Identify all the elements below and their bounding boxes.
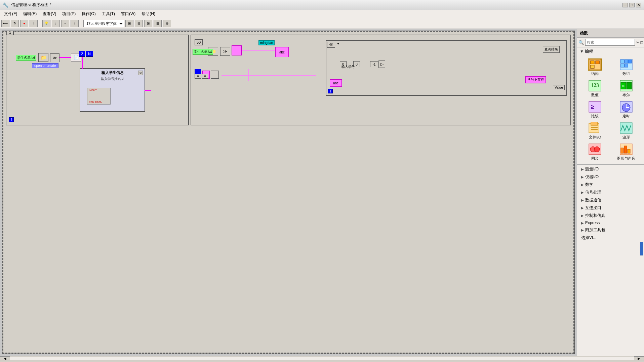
datacomm-label: 数据通信 [585, 197, 601, 203]
menu-window[interactable]: 窗口(W) [118, 10, 138, 17]
scrollbar-h[interactable]: ◀ ▶ [0, 356, 644, 361]
pause-button[interactable]: ⏸ [30, 20, 38, 27]
svg-point-29 [594, 147, 600, 152]
sidebar-item-interface[interactable]: ▶ 互连接口 [577, 204, 644, 212]
structure-label: 结构 [591, 71, 599, 76]
sidebar-item-fileio[interactable]: 文件I/O [580, 121, 610, 141]
font-dropdown[interactable]: 17pt 应用程序字体 [83, 20, 124, 27]
sidebar-item-instrument[interactable]: ▶ 仪器I/O [577, 173, 644, 181]
menu-file[interactable]: 文件(F) [1, 10, 20, 17]
sidebar-item-control[interactable]: ▶ 控制和仿真 [577, 212, 644, 219]
sidebar-item-datacomm[interactable]: ▶ 数据通信 [577, 196, 644, 204]
frame-left: 1 学生名单.txt 📁 ≫ 📄 N 2 open or create [6, 35, 189, 125]
array-icon [619, 58, 633, 71]
stu-data-label: STU DATA [89, 100, 102, 104]
gray-block-1 [211, 71, 219, 79]
reorder-button[interactable]: ☰ [154, 20, 162, 27]
menu-operate[interactable]: 操作(O) [79, 10, 98, 17]
arrow-interface: ▶ [581, 206, 584, 210]
step-into-button[interactable]: ↓ [52, 20, 60, 27]
waveform-label: 波形 [622, 135, 630, 140]
sync-label: 同步 [591, 156, 599, 161]
subvi-box: 输入学生信息 输入学号姓名.vi INPUT STU DATA ✕ [80, 68, 145, 112]
customize-icon: ✂ [636, 40, 639, 45]
canvas-area[interactable]: 1 学生名单.txt 📁 ≫ 📄 N 2 open or create [0, 29, 577, 356]
scrollbar-indicator[interactable] [640, 242, 643, 255]
highlight-button[interactable]: 💡 [42, 20, 50, 27]
sidebar-header: 函数 [577, 29, 644, 38]
sidebar-item-measurement[interactable]: ▶ 测量I/O [577, 165, 644, 173]
arrow-express: ▶ [581, 221, 584, 225]
numeric-label: 数值 [591, 92, 599, 97]
wire-v1 [82, 57, 83, 69]
bool-icon: TF [619, 80, 633, 92]
minimize-button[interactable]: ─ [622, 3, 628, 7]
svg-rect-14 [627, 82, 632, 89]
selectvi-label: 选择VI... [581, 235, 596, 241]
titlebar: 🔧 信息管理.vi 程序框图 * ─ □ ✕ [0, 0, 644, 10]
sidebar-item-sync[interactable]: 同步 [580, 142, 610, 162]
snap-button[interactable]: ⊕ [163, 20, 171, 27]
sidebar-item-addon[interactable]: ▶ 附加工具包 [577, 226, 644, 234]
step-out-button[interactable]: ↑ [71, 20, 79, 27]
subvi-inner: INPUT STU DATA [87, 88, 111, 105]
wire-right-h3 [249, 75, 316, 76]
frame-left-tab: 1 [6, 31, 14, 35]
small-block-3: 0 [202, 74, 208, 79]
sidebar-item-compare[interactable]: ≥ 比较 [580, 99, 610, 120]
menu-view[interactable]: 查看(V) [40, 10, 59, 17]
sidebar-item-math[interactable]: ▶ 数学 [577, 181, 644, 189]
svg-rect-23 [591, 122, 598, 125]
menu-tools[interactable]: 工具(T) [99, 10, 118, 17]
abc-block-inner: abc [330, 79, 342, 87]
resize-button[interactable]: ⊠ [144, 20, 152, 27]
arrow-measurement: ▶ [581, 167, 584, 171]
scroll-left-btn[interactable]: ◀ [0, 356, 10, 361]
sidebar-item-timer[interactable]: 定时 [611, 99, 642, 120]
array-label: 数组 [622, 71, 630, 76]
sidebar-item-selectvi[interactable]: 选择VI... [577, 234, 644, 242]
titlebar-title: 信息管理.vi 程序框图 * [11, 2, 51, 8]
subvi-vi-label: 输入学号姓名.vi [82, 77, 143, 81]
sidebar-item-bool[interactable]: TF 布尔 [611, 78, 642, 99]
svg-rect-9 [625, 64, 628, 67]
statusbar [0, 361, 644, 362]
sidebar-customize-btn[interactable]: ✂ 自定义▼ [636, 40, 644, 45]
signal-label: 信号处理 [585, 190, 601, 195]
sidebar-item-graphics[interactable]: 图形与声音 [611, 142, 642, 162]
array-block-right [232, 45, 242, 55]
align-button[interactable]: ⊞ [125, 20, 133, 27]
main-layout: 1 学生名单.txt 📁 ≫ 📄 N 2 open or create [0, 29, 644, 356]
sidebar: 函数 🔍 ✂ 自定义▼ ▼ 编程 结构 [577, 29, 644, 356]
subvi-close[interactable]: ✕ [138, 71, 143, 75]
sidebar-item-array[interactable]: 数组 [611, 57, 642, 78]
sidebar-item-numeric[interactable]: 123 数值 [580, 78, 610, 99]
sidebar-section-label: ▼ 编程 [577, 47, 644, 56]
back-button[interactable]: ⟵ [1, 20, 9, 27]
menu-edit[interactable]: 编辑(E) [21, 10, 39, 17]
distribute-button[interactable]: ⊟ [135, 20, 143, 27]
sidebar-search-input[interactable] [585, 39, 635, 46]
maximize-button[interactable]: □ [629, 3, 635, 7]
menu-help[interactable]: 帮助(H) [139, 10, 158, 17]
step-over-button[interactable]: → [61, 20, 69, 27]
refresh-button[interactable]: ↻ [11, 20, 19, 27]
compare-icon: ≥ [588, 101, 602, 113]
svg-rect-3 [591, 65, 594, 69]
sidebar-item-waveform[interactable]: 波形 [611, 121, 642, 141]
arrow-control: ▶ [581, 214, 584, 217]
sidebar-item-signal[interactable]: ▶ 信号处理 [577, 189, 644, 196]
scroll-track-h[interactable] [10, 357, 634, 360]
close-button[interactable]: ✕ [636, 3, 641, 7]
menu-project[interactable]: 项目(P) [59, 10, 78, 17]
frame-right: mingdan 50 📁 学生名单.txt ≫ abc [191, 35, 571, 125]
sidebar-item-express[interactable]: ▶ Express [577, 219, 644, 226]
mingdan-label: mingdan [258, 40, 275, 45]
case-arrow[interactable]: ▼ [336, 42, 340, 45]
stop-button[interactable]: ● [20, 20, 28, 27]
scroll-right-btn[interactable]: ▶ [634, 356, 644, 361]
graphics-icon [619, 143, 633, 155]
sidebar-item-structure[interactable]: 结构 [580, 57, 610, 78]
timer-label: 定时 [622, 114, 630, 119]
sidebar-list: ▶ 测量I/O ▶ 仪器I/O ▶ 数学 ▶ 信号处理 ▶ 数据通信 ▶ 互连接… [577, 165, 644, 242]
